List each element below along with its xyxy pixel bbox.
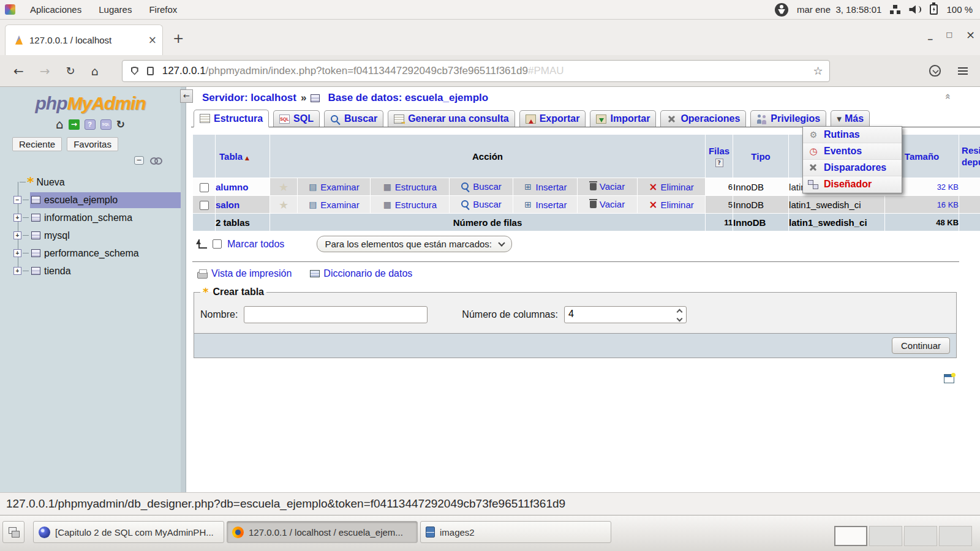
window-list-button[interactable] — [2, 521, 24, 543]
table-name-link[interactable]: salon — [216, 200, 239, 210]
empty-link[interactable]: Vaciar — [590, 181, 625, 192]
accessibility-icon[interactable] — [775, 3, 788, 17]
help-doc-icon[interactable]: ? — [715, 159, 723, 167]
tree-item-information-schema[interactable]: + information_schema — [0, 209, 181, 227]
spinner-up-icon[interactable] — [676, 309, 682, 315]
menu-lugares[interactable]: Lugares — [96, 3, 134, 16]
workspace-2[interactable] — [869, 526, 902, 546]
tree-item-nueva[interactable]: * Nueva — [0, 173, 181, 191]
browse-link[interactable]: ▤Examinar — [308, 182, 359, 192]
taskbar-window-player[interactable]: [Capitulo 2 de SQL com MyAdminPH... — [33, 521, 224, 543]
check-all-checkbox[interactable] — [213, 239, 222, 249]
column-header-tabla[interactable]: Tabla▲ — [216, 135, 270, 178]
column-header-filas[interactable]: Filas? — [706, 135, 733, 178]
taskbar-window-firefox[interactable]: 127.0.0.1 / localhost / escuela_ejem... — [227, 521, 418, 543]
tab-buscar[interactable]: Buscar — [324, 110, 383, 127]
search-link[interactable]: Buscar — [461, 199, 502, 209]
browser-tab[interactable]: 127.0.0.1 / localhost × — [5, 24, 163, 55]
battery-icon[interactable] — [930, 4, 938, 15]
favorite-star-icon[interactable]: ★ — [279, 181, 288, 193]
tab-sql[interactable]: SQLSQL — [273, 110, 320, 127]
forward-button[interactable]: → — [40, 65, 50, 77]
tab-privilegios[interactable]: Privilegios — [750, 110, 826, 127]
distro-logo-icon[interactable] — [5, 4, 15, 15]
structure-link[interactable]: ▦Estructura — [383, 200, 437, 210]
drop-link[interactable]: ×Eliminar — [649, 182, 693, 192]
column-header-tipo[interactable]: Tipo — [733, 135, 788, 178]
with-selected-select[interactable]: Para los elementos que están marcados: — [317, 236, 512, 252]
breadcrumb-database-link[interactable]: Base de datos: escuela_ejemplo — [328, 92, 488, 104]
drop-link[interactable]: ×Eliminar — [649, 200, 693, 210]
home-icon[interactable]: ⌂ — [56, 117, 64, 132]
search-link[interactable]: Buscar — [461, 181, 502, 192]
spinner-down-icon[interactable] — [676, 316, 682, 322]
menu-item-rutinas[interactable]: ⚙Rutinas — [803, 127, 902, 143]
menu-firefox[interactable]: Firefox — [146, 3, 179, 16]
tab-exportar[interactable]: Exportar — [519, 110, 586, 127]
tab-estructura[interactable]: Estructura — [194, 110, 269, 127]
structure-link[interactable]: ▦Estructura — [383, 182, 437, 192]
taskbar-window-images2[interactable]: images2 — [420, 521, 611, 543]
refresh-icon[interactable]: ↻ — [116, 118, 125, 130]
tree-item-tienda[interactable]: + tienda — [0, 262, 181, 280]
system-clock[interactable]: mar ene 3, 18:58:01 — [797, 4, 881, 15]
favorites-button[interactable]: Favoritas — [67, 137, 118, 151]
tree-item-performance-schema[interactable]: + performance_schema — [0, 244, 181, 262]
insert-link[interactable]: ⊞Insertar — [524, 200, 567, 210]
table-name-input[interactable] — [244, 306, 428, 323]
collapse-expander-icon[interactable]: − — [13, 196, 21, 204]
browse-link[interactable]: ▤Examinar — [308, 200, 359, 210]
menu-hamburger-icon[interactable] — [958, 67, 968, 75]
data-dictionary-link[interactable]: Diccionario de datos — [323, 268, 412, 279]
reload-button[interactable]: ↻ — [66, 65, 75, 77]
pocket-icon[interactable] — [929, 65, 941, 77]
continue-button[interactable]: Continuar — [892, 337, 950, 354]
tab-generar-consulta[interactable]: Generar una consulta — [388, 110, 515, 127]
page-info-icon[interactable] — [147, 67, 154, 75]
favorite-star-icon[interactable]: ★ — [279, 198, 288, 211]
scroll-top-icon[interactable]: » — [941, 93, 953, 99]
recent-button[interactable]: Reciente — [12, 137, 62, 151]
logout-icon[interactable]: → — [69, 119, 80, 130]
menu-item-disparadores[interactable]: Disparadores — [803, 160, 902, 176]
home-button[interactable]: ⌂ — [91, 65, 99, 77]
menu-item-disenador[interactable]: Diseñador — [803, 176, 902, 193]
expand-expander-icon[interactable]: + — [13, 249, 21, 257]
tab-close-icon[interactable]: × — [148, 33, 157, 47]
tree-item-escuela-ejemplo[interactable]: − escuela_ejemplo — [0, 191, 181, 209]
insert-link[interactable]: ⊞Insertar — [524, 182, 567, 192]
sql-window-icon[interactable]: SQL — [100, 119, 111, 130]
empty-link[interactable]: Vaciar — [590, 199, 625, 209]
workspace-4[interactable] — [939, 526, 972, 546]
menu-aplicaciones[interactable]: Aplicaciones — [28, 3, 84, 16]
sidebar-divider[interactable] — [181, 87, 186, 492]
expand-expander-icon[interactable]: + — [13, 214, 21, 222]
link-icon[interactable] — [150, 157, 161, 163]
window-maximize-button[interactable]: □ — [946, 31, 952, 39]
columns-count-input[interactable] — [565, 307, 663, 321]
window-minimize-button[interactable]: _ — [928, 32, 933, 38]
volume-icon[interactable] — [909, 6, 921, 14]
number-spinner[interactable] — [677, 310, 682, 321]
column-header-residuo[interactable]: Residuo a depurar — [959, 135, 980, 178]
tab-importar[interactable]: Importar — [590, 110, 656, 127]
network-icon[interactable] — [890, 5, 900, 14]
expand-expander-icon[interactable]: + — [13, 267, 21, 275]
collapse-all-icon[interactable]: − — [134, 156, 144, 165]
table-size[interactable]: 16 KB — [885, 196, 959, 213]
expand-expander-icon[interactable]: + — [13, 231, 21, 239]
collapse-sidebar-button[interactable]: ← — [180, 89, 193, 103]
phpmyadmin-logo[interactable]: phpMyAdmin — [0, 93, 181, 114]
workspace-1[interactable] — [834, 526, 867, 546]
row-checkbox[interactable] — [200, 201, 209, 210]
tracking-shield-icon[interactable] — [131, 67, 138, 75]
breadcrumb-server-link[interactable]: Servidor: localhost — [202, 92, 296, 104]
url-bar[interactable]: 127.0.0.1/phpmyadmin/index.php?token=f04… — [122, 60, 830, 82]
tab-operaciones[interactable]: Operaciones — [660, 110, 746, 127]
back-button[interactable]: ← — [13, 65, 24, 77]
print-view-link[interactable]: Vista de impresión — [211, 268, 292, 279]
new-tab-button[interactable]: + — [173, 31, 184, 46]
tab-mas[interactable]: ▼Más — [831, 110, 870, 127]
window-close-button[interactable]: × — [966, 28, 975, 41]
row-checkbox[interactable] — [200, 183, 209, 192]
